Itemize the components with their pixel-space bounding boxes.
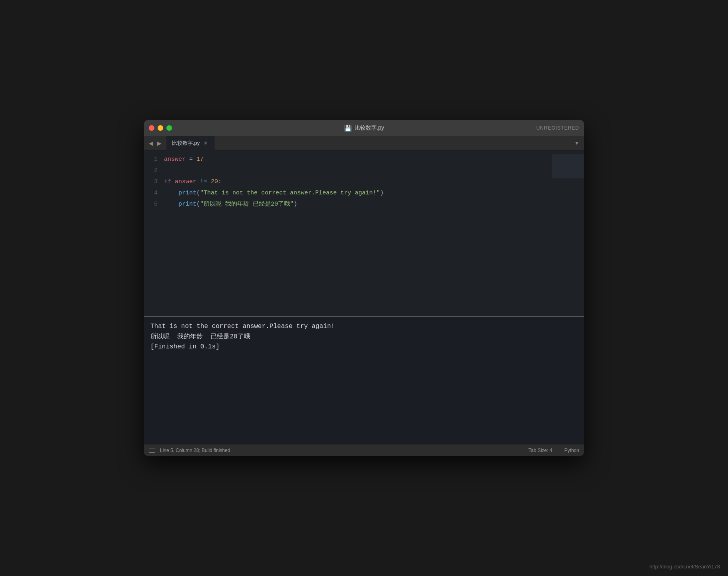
code-line-5: 5 print("所以呢 我的年龄 已经是20了哦") <box>144 199 584 210</box>
tab-bar: ◀ ▶ 比较数字.py ✕ ▼ <box>144 136 584 150</box>
status-right: Tab Size: 4 Python <box>528 448 579 453</box>
line-content-4: print("That is not the correct answer.Pl… <box>164 188 384 198</box>
output-line-3: [Finished in 0.1s] <box>150 342 578 352</box>
line-number-5: 5 <box>144 199 164 210</box>
file-icon: 💾 <box>344 124 352 132</box>
window-title-area: 💾 比较数字.py <box>344 124 384 132</box>
tab-close-button[interactable]: ✕ <box>203 140 208 146</box>
cursor-position: Line 5, Column 28; Build finished <box>160 448 230 453</box>
watermark: http://blog.csdn.net/SeanYi178 <box>649 564 720 570</box>
unregistered-label: UNREGISTERED <box>536 125 579 131</box>
line-number-2: 2 <box>144 166 164 176</box>
output-line-1: That is not the correct answer.Please tr… <box>150 322 578 332</box>
line-content-3: if answer != 20: <box>164 177 222 187</box>
tab-item[interactable]: 比较数字.py ✕ <box>166 136 214 150</box>
traffic-lights <box>149 125 172 131</box>
output-panel: That is not the correct answer.Please tr… <box>144 316 584 444</box>
output-line-2: 所以呢 我的年龄 已经是20了哦 <box>150 332 578 342</box>
line-content-2 <box>164 166 168 176</box>
maximize-button[interactable] <box>166 125 172 131</box>
language-label: Python <box>564 448 579 453</box>
line-number-1: 1 <box>144 154 164 165</box>
tab-next-button[interactable]: ▶ <box>156 139 163 147</box>
code-editor[interactable]: 1 answer = 17 2 3 if answer != 20: 4 pri… <box>144 150 584 316</box>
line-content-1: answer = 17 <box>164 154 204 165</box>
status-bar: Line 5, Column 28; Build finished Tab Si… <box>144 444 584 456</box>
line-number-3: 3 <box>144 177 164 187</box>
line-number-4: 4 <box>144 188 164 198</box>
tab-size-label: Tab Size: 4 <box>528 448 552 453</box>
code-line-2: 2 <box>144 166 584 177</box>
code-line-3: 3 if answer != 20: <box>144 177 584 188</box>
editor-window: 💾 比较数字.py UNREGISTERED ◀ ▶ 比较数字.py ✕ ▼ 1… <box>144 120 584 456</box>
code-line-4: 4 print("That is not the correct answer.… <box>144 188 584 199</box>
line-content-5: print("所以呢 我的年龄 已经是20了哦") <box>164 199 297 210</box>
code-line-1: 1 answer = 17 <box>144 154 584 166</box>
tab-prev-button[interactable]: ◀ <box>147 139 155 147</box>
window-title: 比较数字.py <box>354 124 384 132</box>
code-lines: 1 answer = 17 2 3 if answer != 20: 4 pri… <box>144 154 584 210</box>
tab-nav: ◀ ▶ <box>144 139 166 147</box>
minimize-button[interactable] <box>158 125 163 131</box>
tab-label: 比较数字.py <box>172 140 200 147</box>
close-button[interactable] <box>149 125 154 131</box>
tab-dropdown-button[interactable]: ▼ <box>574 140 584 146</box>
monitor-icon <box>149 448 155 453</box>
minimap <box>552 154 584 178</box>
title-bar: 💾 比较数字.py UNREGISTERED <box>144 120 584 136</box>
